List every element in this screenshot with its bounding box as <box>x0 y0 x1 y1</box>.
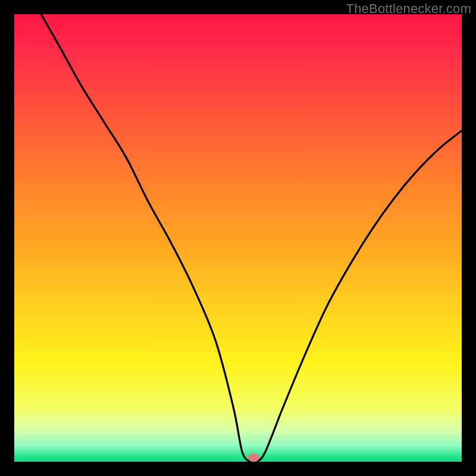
plot-area <box>14 14 462 462</box>
gradient-background <box>14 14 462 462</box>
marker-dot <box>248 453 259 462</box>
chart-svg <box>14 14 462 462</box>
chart-stage: TheBottlenecker.com <box>0 0 476 476</box>
